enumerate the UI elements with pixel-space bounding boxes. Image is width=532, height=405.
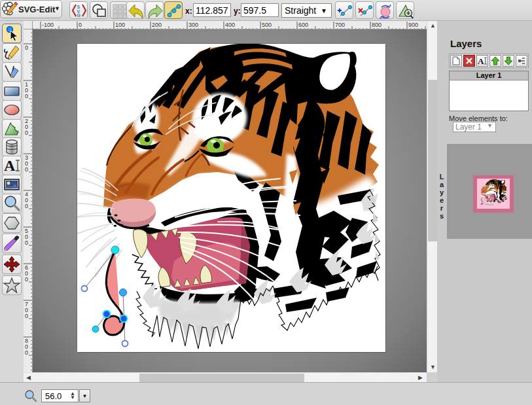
svg-text:600: 600: [298, 22, 308, 28]
svg-text:500: 500: [262, 22, 272, 28]
svg-text:0: 0: [25, 239, 28, 246]
svg-text:0: 0: [25, 44, 28, 51]
svg-text:800: 800: [372, 22, 381, 28]
svg-text:0: 0: [79, 22, 82, 28]
svg-text:900: 900: [408, 22, 418, 28]
svg-text:300: 300: [188, 22, 198, 28]
svg-text:0: 0: [25, 130, 28, 136]
svg-text:0: 0: [25, 166, 28, 173]
svg-text:0: 0: [25, 349, 28, 356]
svg-text:G: G: [77, 13, 81, 18]
svg-text:0: 0: [25, 313, 28, 319]
svg-text:-100: -100: [42, 22, 54, 28]
svg-text:400: 400: [225, 22, 235, 28]
svg-text:A: A: [4, 157, 16, 174]
svg-text:0: 0: [25, 276, 28, 283]
svg-text:200: 200: [152, 22, 162, 28]
svg-text:0: 0: [25, 93, 28, 99]
svg-text:0: 0: [25, 203, 28, 209]
svg-text:A: A: [478, 56, 484, 66]
svg-text:700: 700: [335, 22, 345, 28]
svg-text:100: 100: [115, 22, 125, 28]
